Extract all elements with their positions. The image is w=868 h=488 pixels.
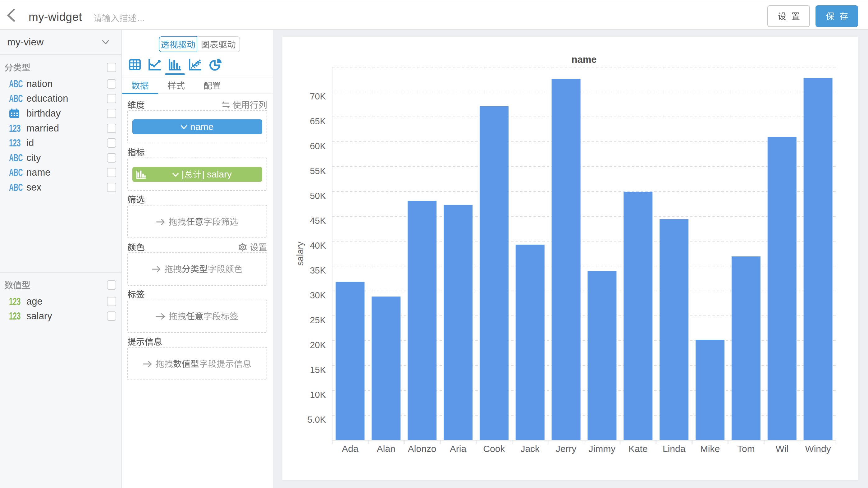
svg-text:Ada: Ada <box>342 444 359 454</box>
svg-text:65K: 65K <box>310 116 326 126</box>
svg-text:40K: 40K <box>310 241 326 250</box>
svg-text:5.0K: 5.0K <box>307 415 326 425</box>
svg-text:Linda: Linda <box>663 444 686 454</box>
svg-text:Alan: Alan <box>377 444 396 454</box>
svg-text:25K: 25K <box>310 315 326 325</box>
svg-text:Jack: Jack <box>520 444 540 454</box>
svg-text:20K: 20K <box>310 340 326 350</box>
svg-text:35K: 35K <box>310 266 326 275</box>
svg-text:Wil: Wil <box>775 444 788 454</box>
svg-text:Kate: Kate <box>628 444 648 454</box>
svg-text:salary: salary <box>295 242 305 266</box>
svg-text:Tom: Tom <box>737 444 755 454</box>
svg-text:10K: 10K <box>310 390 326 400</box>
svg-text:Cook: Cook <box>483 444 505 454</box>
svg-text:15K: 15K <box>310 365 326 375</box>
svg-text:Jimmy: Jimmy <box>589 444 616 454</box>
svg-text:Aria: Aria <box>450 444 467 454</box>
svg-text:55K: 55K <box>310 166 326 176</box>
svg-text:name: name <box>571 54 597 65</box>
svg-text:Alonzo: Alonzo <box>408 444 436 454</box>
svg-text:60K: 60K <box>310 141 326 151</box>
svg-text:Windy: Windy <box>805 444 831 454</box>
svg-text:70K: 70K <box>310 91 326 101</box>
svg-text:45K: 45K <box>310 216 326 226</box>
svg-text:Jerry: Jerry <box>556 444 577 454</box>
svg-text:30K: 30K <box>310 290 326 300</box>
svg-text:Mike: Mike <box>700 444 720 454</box>
svg-text:50K: 50K <box>310 191 326 201</box>
